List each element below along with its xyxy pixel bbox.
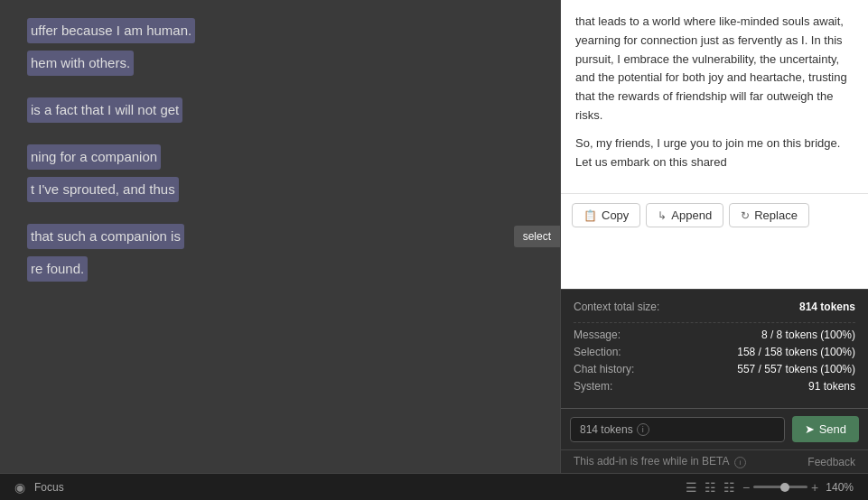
doc-line-2: hem with others.	[27, 51, 134, 76]
layout-icon-1[interactable]: ☰	[686, 480, 697, 495]
zoom-slider-thumb	[780, 483, 789, 492]
select-button[interactable]: select	[514, 226, 560, 247]
chat-history-value: 557 / 557 tokens (100%)	[737, 363, 855, 375]
token-info-icon[interactable]: i	[637, 423, 649, 436]
status-bar: ◉ Focus ☰ ☷ ☷ − + 140%	[0, 473, 868, 500]
document-content: uffer because I am human. hem with other…	[0, 0, 560, 307]
replace-button[interactable]: ↻ Replace	[729, 203, 809, 227]
focus-label: Focus	[34, 481, 64, 494]
doc-line-6: that such a companion is	[27, 224, 184, 249]
ai-response-p2: So, my friends, I urge you to join me on…	[575, 134, 854, 172]
zoom-level: 140%	[826, 481, 854, 494]
chat-history-row: Chat history: 557 / 557 tokens (100%)	[574, 363, 855, 375]
system-label: System:	[574, 380, 612, 393]
token-panel-header: Context total size: 814 tokens	[574, 301, 855, 313]
main-area: uffer because I am human. hem with other…	[0, 0, 868, 473]
system-value: 91 tokens	[808, 380, 855, 393]
send-button[interactable]: ➤ Send	[792, 416, 859, 442]
action-buttons: 📋 Copy ↳ Append ↻ Replace	[561, 193, 868, 236]
zoom-control: − +	[742, 480, 818, 495]
document-pane: uffer because I am human. hem with other…	[0, 0, 560, 473]
append-icon: ↳	[658, 209, 667, 222]
append-label: Append	[671, 208, 712, 222]
token-input-wrapper: 814 tokens i	[570, 417, 785, 442]
append-button[interactable]: ↳ Append	[646, 203, 723, 227]
message-label: Message:	[574, 329, 621, 341]
selection-label: Selection:	[574, 346, 621, 358]
message-value: 8 / 8 tokens (100%)	[761, 329, 855, 341]
layout-icon-3[interactable]: ☷	[723, 480, 735, 495]
send-label: Send	[819, 422, 846, 436]
ai-response-p1: that leads to a world where like-minded …	[575, 13, 854, 125]
layout-icon-2[interactable]: ☷	[705, 480, 716, 495]
ai-response-area: that leads to a world where like-minded …	[561, 0, 868, 289]
selection-row: Selection: 158 / 158 tokens (100%)	[574, 346, 855, 358]
send-icon: ➤	[805, 422, 815, 436]
copy-label: Copy	[602, 208, 629, 222]
status-bar-right: ☰ ☷ ☷ − + 140%	[686, 480, 854, 495]
system-row: System: 91 tokens	[574, 380, 855, 393]
feedback-link[interactable]: Feedback	[807, 456, 855, 468]
doc-line-4: ning for a companion	[27, 144, 161, 170]
right-panel: that leads to a world where like-minded …	[560, 0, 868, 473]
copy-button[interactable]: 📋 Copy	[572, 203, 640, 227]
copy-icon: 📋	[583, 209, 597, 222]
chat-history-label: Chat history:	[574, 363, 634, 375]
context-value: 814 tokens	[799, 301, 855, 313]
token-count: 814 tokens i	[580, 423, 649, 436]
token-panel: Context total size: 814 tokens Message: …	[561, 289, 868, 408]
input-area: 814 tokens i ➤ Send	[561, 408, 868, 449]
beta-info-icon[interactable]: i	[734, 457, 746, 468]
focus-icon[interactable]: ◉	[14, 480, 25, 495]
context-label: Context total size:	[574, 301, 659, 313]
free-beta-text: This add-in is free while in BETA i	[574, 455, 746, 468]
replace-label: Replace	[754, 208, 798, 222]
doc-line-5: t I've sprouted, and thus	[27, 177, 179, 202]
doc-line-1: uffer because I am human.	[27, 18, 195, 43]
doc-line-3: is a fact that I will not get	[27, 97, 182, 123]
ai-response-content: that leads to a world where like-minded …	[561, 0, 868, 193]
doc-line-7: re found.	[27, 256, 88, 282]
status-bar-left: ◉ Focus	[14, 480, 64, 495]
token-count-value: 814 tokens	[580, 423, 633, 436]
free-beta-bar: This add-in is free while in BETA i Feed…	[561, 449, 868, 473]
zoom-plus-button[interactable]: +	[811, 480, 818, 495]
zoom-minus-button[interactable]: −	[742, 480, 750, 495]
message-row: Message: 8 / 8 tokens (100%)	[574, 329, 855, 341]
selection-value: 158 / 158 tokens (100%)	[737, 346, 855, 358]
replace-icon: ↻	[741, 209, 750, 222]
zoom-slider[interactable]	[753, 486, 807, 488]
select-button-wrapper: select	[514, 226, 560, 247]
